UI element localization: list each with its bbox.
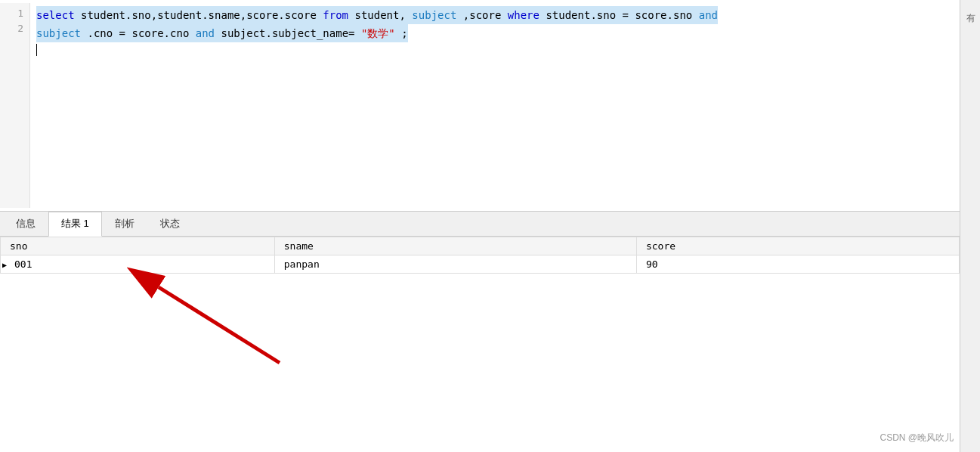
col-header-score: score	[636, 237, 959, 255]
code-text-2: student,	[354, 9, 405, 21]
keyword-subject2: subject	[36, 27, 81, 39]
tab-profile[interactable]: 剖析	[102, 212, 147, 236]
tab-bar: 信息 结果 1 剖析 状态	[0, 212, 960, 237]
col-header-sno: sno	[1, 237, 275, 255]
table-header-row: sno sname score	[1, 237, 960, 255]
code-line-1: select student.sno,student.sname,score.s…	[36, 6, 954, 24]
tab-result1[interactable]: 结果 1	[48, 212, 102, 237]
red-arrow-line	[159, 287, 280, 363]
red-arrow-svg	[113, 265, 325, 385]
line-number-2: 2	[17, 21, 23, 36]
code-text-subject: subject	[412, 9, 456, 21]
tab-status[interactable]: 状态	[147, 212, 193, 236]
cursor	[36, 44, 37, 56]
code-text-3: ,score	[463, 9, 508, 21]
keyword-select: select	[36, 9, 75, 21]
watermark: CSDN @晚风吹儿	[880, 432, 954, 444]
cell-sno: ▶ 001	[1, 255, 275, 274]
keyword-and1: and	[699, 9, 718, 21]
watermark-text: CSDN @晚风吹儿	[880, 432, 954, 443]
code-text-7: ;	[401, 27, 407, 39]
table-container: sno sname score ▶ 001 panpan 90	[0, 237, 960, 274]
code-line-1-cont: subject .cno = score.cno and subject.sub…	[36, 24, 954, 42]
table-row: ▶ 001 panpan 90	[1, 255, 960, 274]
code-line-2	[36, 42, 954, 57]
annotation-arrow-container	[113, 265, 325, 385]
code-text-5: .cno = score.cno	[87, 27, 195, 39]
col-header-sname: sname	[274, 237, 636, 255]
right-sidebar: 有	[960, 0, 980, 452]
bottom-panel: 信息 结果 1 剖析 状态 sno sname score ▶ 001 panp…	[0, 212, 960, 274]
string-math: "数学"	[361, 27, 395, 39]
tab-info[interactable]: 信息	[3, 212, 48, 236]
code-content[interactable]: select student.sno,student.sname,score.s…	[30, 3, 960, 208]
cell-sname: panpan	[274, 255, 636, 274]
keyword-where: where	[508, 9, 539, 21]
code-line-1-text: select student.sno,student.sname,score.s…	[36, 6, 718, 24]
keyword-and2: and	[196, 27, 215, 39]
code-text-6: subject.subject_name=	[221, 27, 354, 39]
result-table: sno sname score ▶ 001 panpan 90	[0, 237, 960, 274]
line-number-1: 1	[17, 6, 23, 21]
code-text-1: student.sno,student.sname,score.score	[81, 9, 323, 21]
code-line-1-cont-text: subject .cno = score.cno and subject.sub…	[36, 24, 408, 42]
editor-area: 1 2 select student.sno,student.sname,sco…	[0, 0, 960, 212]
cell-sno-value: 001	[14, 259, 32, 270]
line-numbers: 1 2	[0, 3, 30, 208]
cell-score: 90	[636, 255, 959, 274]
row-indicator: ▶	[2, 260, 7, 268]
keyword-from: from	[323, 9, 348, 21]
code-text-4: student.sno = score.sno	[546, 9, 698, 21]
